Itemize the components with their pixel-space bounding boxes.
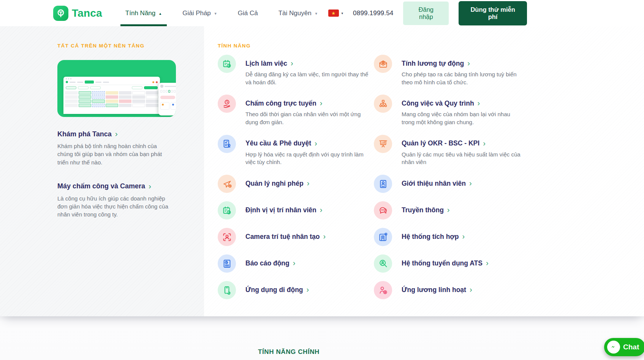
feature-description: Quản lý các mục tiêu và hiệu suất làm vi… xyxy=(402,151,524,166)
app-screenshot-browser xyxy=(63,77,160,114)
mega-menu-sidebar: TẤT CẢ TRÊN MỘT NỀN TẢNG xyxy=(0,26,204,316)
feature-title: Camera trí tuệ nhân tạo xyxy=(245,232,320,241)
chevron-right-icon: › xyxy=(320,98,323,108)
chevron-right-icon: › xyxy=(469,178,472,188)
nav-item-gia-ca[interactable]: Giá Cả xyxy=(228,0,268,26)
sidebar-link-description: Khám phá bộ tính năng hoàn chỉnh của chú… xyxy=(57,142,171,166)
feature-description: Theo dõi thời gian của nhân viên với một… xyxy=(245,111,374,126)
feature-description: Mang công việc của nhóm bạn lại với nhau… xyxy=(402,111,524,126)
phone-number[interactable]: 0899.1999.54 xyxy=(353,9,393,17)
face-recognition-icon xyxy=(218,228,236,246)
feature-title: Hệ thống tích hợp xyxy=(402,232,459,241)
features-column-2: Tính lương tự động› Cho phép tạo ra các … xyxy=(374,55,524,308)
chevron-right-icon: › xyxy=(447,205,450,215)
feature-item-bao-cao-dong[interactable]: Báo cáo động› xyxy=(218,254,374,273)
platform-preview-image[interactable] xyxy=(57,60,176,117)
feature-item-dinh-vi-vi-tri[interactable]: Định vị vị trí nhân viên› xyxy=(218,201,374,219)
feature-title: Quản lý nghỉ phép xyxy=(245,179,304,188)
chevron-right-icon: › xyxy=(462,231,465,241)
sidebar-link-title: Máy chấm công và Camera xyxy=(57,182,145,190)
feature-item-lich-lam-viec[interactable]: Lịch làm việc› Dễ dàng đăng ký ca làm vi… xyxy=(218,55,374,86)
section-heading: TÍNH NĂNG CHÍNH xyxy=(258,348,320,356)
calendar-clock-icon xyxy=(218,201,236,219)
feature-title: Truyền thông xyxy=(402,206,444,215)
feature-item-ung-luong-linh-hoat[interactable]: Ứng lương linh hoạt› xyxy=(374,281,524,299)
feature-item-tuyen-dung-ats[interactable]: Hệ thống tuyển dụng ATS› xyxy=(374,254,524,273)
page-background xyxy=(0,316,644,360)
feature-title: Định vị vị trí nhân viên xyxy=(245,206,316,215)
chevron-right-icon: › xyxy=(307,284,309,294)
workflow-icon xyxy=(374,95,392,113)
feature-item-quan-ly-nghi-phep[interactable]: Quản lý nghỉ phép› xyxy=(218,175,374,193)
feature-item-cham-cong-truc-tuyen[interactable]: Chấm công trực tuyến› Theo dõi thời gian… xyxy=(218,95,374,126)
nav-label: Giải Pháp xyxy=(182,9,211,17)
feature-item-truyen-thong[interactable]: Truyền thông› xyxy=(374,201,524,219)
app-screenshot-phone xyxy=(158,83,176,115)
chevron-right-icon: › xyxy=(315,138,317,148)
feature-item-yeu-cau-phe-duyet[interactable]: Yêu cầu & Phê duyệt› Hợp lý hóa việc ra … xyxy=(218,135,374,166)
chevron-right-icon: › xyxy=(293,258,296,268)
features-panel: TÍNH NĂNG Lịch làm việc› Dễ dàng đăng ký… xyxy=(204,26,644,316)
tanca-logo[interactable]: Tanca xyxy=(53,6,102,21)
feature-title: Tính lương tự động xyxy=(402,59,464,68)
nav-item-tai-nguyen[interactable]: Tài Nguyên ▼ xyxy=(268,0,328,26)
caret-down-icon: ▾ xyxy=(342,11,343,15)
main-nav: Tính Năng ▲ Giải Pháp ▼ Giá Cả Tài Nguyê… xyxy=(115,0,328,26)
approval-request-icon xyxy=(218,135,236,153)
chat-button[interactable]: Chat xyxy=(604,338,644,356)
sidebar-link-description: Là công cụ hữu ích giúp các doanh nghiệp… xyxy=(57,194,171,219)
features-column-1: Lịch làm việc› Dễ dàng đăng ký ca làm vi… xyxy=(218,55,374,308)
feature-item-gioi-thieu-nhan-vien[interactable]: Giới thiệu nhân viên› xyxy=(374,175,524,193)
nav-item-giai-phap[interactable]: Giải Pháp ▼ xyxy=(172,0,228,26)
communication-icon xyxy=(374,201,392,219)
sidebar-link-title: Khám phá Tanca xyxy=(57,130,112,138)
time-attendance-icon xyxy=(218,95,236,113)
integration-icon xyxy=(374,228,392,246)
mobile-app-icon xyxy=(218,281,236,299)
employee-profile-icon xyxy=(374,175,392,193)
chevron-right-icon: › xyxy=(483,138,486,148)
chevron-right-icon: › xyxy=(307,178,310,188)
feature-title: Giới thiệu nhân viên xyxy=(402,179,466,188)
nav-item-tinh-nang[interactable]: Tính Năng ▲ xyxy=(115,0,172,26)
free-trial-button[interactable]: Dùng thử miễn phí xyxy=(459,1,527,25)
sidebar-link-may-cham-cong[interactable]: Máy chấm công và Camera › Là công cụ hữu… xyxy=(57,182,204,219)
feature-item-okr-bsc-kpi[interactable]: Quản lý OKR - BSC - KPI› Quản lý các mục… xyxy=(374,135,524,166)
login-button[interactable]: Đăng nhập xyxy=(403,2,449,25)
nav-label: Tính Năng xyxy=(125,9,155,17)
chevron-right-icon: › xyxy=(470,284,472,294)
header-actions: ★ ▾ 0899.1999.54 Đăng nhập Dùng thử miễn… xyxy=(328,1,527,25)
feature-title: Ứng lương linh hoạt xyxy=(402,286,466,294)
feature-title: Yêu cầu & Phê duyệt xyxy=(245,139,311,148)
chevron-right-icon: › xyxy=(486,258,489,268)
feature-title: Chấm công trực tuyến xyxy=(245,99,316,108)
top-navigation-bar: Tanca Tính Năng ▲ Giải Pháp ▼ Giá Cả Tài… xyxy=(0,0,644,26)
chevron-right-icon: › xyxy=(323,231,326,241)
caret-down-icon: ▼ xyxy=(315,12,318,16)
calendar-clock-icon xyxy=(218,55,236,73)
feature-description: Cho phép tạo ra các bảng tính lương tuỳ … xyxy=(402,71,524,86)
sidebar-heading: TẤT CẢ TRÊN MỘT NỀN TẢNG xyxy=(57,43,204,49)
feature-item-camera-ai[interactable]: Camera trí tuệ nhân tạo› xyxy=(218,228,374,246)
logo-text: Tanca xyxy=(72,7,102,19)
kpi-board-icon xyxy=(374,135,392,153)
features-mega-menu: TẤT CẢ TRÊN MỘT NỀN TẢNG xyxy=(0,26,644,316)
feature-title: Quản lý OKR - BSC - KPI xyxy=(402,139,479,148)
caret-down-icon: ▼ xyxy=(214,12,217,16)
chevron-right-icon: › xyxy=(115,129,118,138)
sidebar-link-kham-pha-tanca[interactable]: Khám phá Tanca › Khám phá bộ tính năng h… xyxy=(57,130,204,166)
feature-item-cong-viec-quy-trinh[interactable]: Công việc và Quy trình› Mang công việc c… xyxy=(374,95,524,126)
feature-item-he-thong-tich-hop[interactable]: Hệ thống tích hợp› xyxy=(374,228,524,246)
leave-airplane-icon xyxy=(218,175,236,193)
caret-up-icon: ▲ xyxy=(158,12,162,16)
chevron-right-icon: › xyxy=(467,58,470,68)
feature-title: Công việc và Quy trình xyxy=(402,99,474,108)
feature-item-tinh-luong-tu-dong[interactable]: Tính lương tự động› Cho phép tạo ra các … xyxy=(374,55,524,86)
payroll-icon xyxy=(374,55,392,73)
feature-title: Hệ thống tuyển dụng ATS xyxy=(402,259,483,268)
feature-title: Ứng dụng di động xyxy=(245,286,303,294)
language-selector[interactable]: ★ ▾ xyxy=(328,9,343,17)
chevron-right-icon: › xyxy=(291,58,293,68)
nav-label: Tài Nguyên xyxy=(278,9,312,17)
feature-item-ung-dung-di-dong[interactable]: Ứng dụng di động› xyxy=(218,281,374,299)
